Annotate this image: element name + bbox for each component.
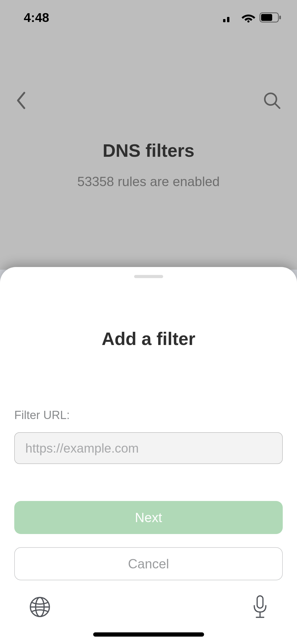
page-subtitle: 53358 rules are enabled	[0, 174, 297, 189]
next-button[interactable]: Next	[14, 501, 283, 534]
svg-rect-0	[223, 19, 225, 22]
dim-overlay[interactable]	[0, 0, 297, 270]
sheet-grabber[interactable]	[134, 275, 163, 278]
page-header: DNS filters 53358 rules are enabled	[0, 140, 297, 189]
svg-line-9	[275, 104, 280, 108]
cancel-button[interactable]: Cancel	[14, 547, 283, 580]
cellular-icon	[223, 13, 237, 22]
back-button[interactable]	[16, 91, 26, 110]
status-icons	[223, 12, 281, 22]
wifi-icon	[242, 12, 255, 22]
svg-rect-1	[227, 17, 229, 22]
filter-url-input[interactable]	[14, 432, 283, 464]
svg-rect-7	[279, 16, 281, 19]
search-button[interactable]	[263, 91, 281, 110]
form-area: Filter URL: Next Cancel	[0, 408, 297, 580]
chevron-left-icon	[16, 91, 26, 110]
svg-rect-6	[261, 14, 272, 21]
status-bar: 4:48	[0, 0, 297, 35]
svg-rect-18	[257, 596, 263, 608]
globe-icon	[29, 596, 51, 618]
status-time: 4:48	[24, 10, 49, 25]
search-icon	[263, 91, 281, 110]
svg-rect-2	[231, 15, 233, 22]
battery-icon	[260, 12, 281, 22]
svg-rect-3	[235, 13, 237, 22]
nav-bar	[0, 82, 297, 119]
sheet-title: Add a filter	[0, 328, 297, 349]
home-indicator[interactable]	[93, 632, 204, 637]
dictation-button[interactable]	[252, 595, 268, 619]
globe-button[interactable]	[29, 596, 51, 618]
microphone-icon	[252, 595, 268, 619]
svg-point-4	[247, 20, 249, 22]
page-title: DNS filters	[0, 140, 297, 161]
filter-url-label: Filter URL:	[14, 408, 283, 422]
